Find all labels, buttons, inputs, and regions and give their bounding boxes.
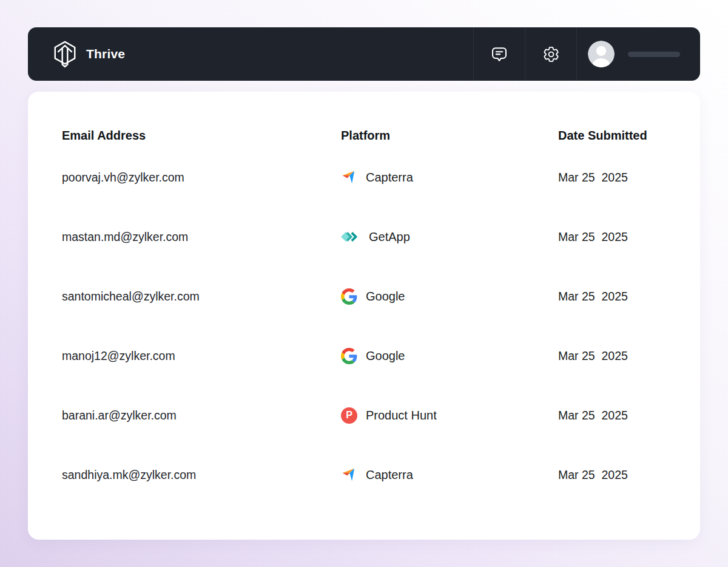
date-value: Mar 25 2025 xyxy=(558,290,666,304)
platform-label: Capterra xyxy=(366,468,413,482)
table-row[interactable]: poorvaj.vh@zylker.com Capterra Mar 25 20… xyxy=(62,148,666,207)
platform-label: Google xyxy=(366,349,405,363)
user-avatar[interactable] xyxy=(588,41,615,67)
name-placeholder-bar xyxy=(628,52,680,57)
platform-value: Google xyxy=(341,348,558,364)
table-row[interactable]: mastan.md@zylker.com GetApp Mar 25 2025 xyxy=(62,207,666,267)
email-value: mastan.md@zylker.com xyxy=(62,230,341,244)
profile-menu[interactable] xyxy=(576,27,700,81)
table-row[interactable]: barani.ar@zylker.com P Product Hunt Mar … xyxy=(62,385,666,445)
gear-icon xyxy=(542,45,561,64)
platform-value: P Product Hunt xyxy=(341,407,558,424)
email-value: barani.ar@zylker.com xyxy=(62,409,341,423)
column-header-platform: Platform xyxy=(341,129,558,143)
table-row[interactable]: sandhiya.mk@zylker.com Capterra Mar 25 2… xyxy=(62,445,666,504)
date-value: Mar 25 2025 xyxy=(558,468,666,482)
topbar: Thrive xyxy=(28,27,700,81)
platform-label: Product Hunt xyxy=(366,409,437,423)
table-row[interactable]: manoj12@zylker.com Google Mar 25 2025 xyxy=(62,326,666,385)
brand-name: Thrive xyxy=(86,47,125,61)
platform-value: Google xyxy=(341,288,558,305)
date-value: Mar 25 2025 xyxy=(558,230,666,244)
column-header-email: Email Address xyxy=(62,129,341,143)
topbar-actions xyxy=(473,27,700,81)
google-icon xyxy=(341,348,357,364)
product-hunt-icon: P xyxy=(341,407,357,424)
email-value: manoj12@zylker.com xyxy=(62,349,341,363)
platform-label: Google xyxy=(366,290,405,304)
settings-button[interactable] xyxy=(525,27,576,81)
date-value: Mar 25 2025 xyxy=(558,349,666,363)
platform-label: GetApp xyxy=(369,230,410,244)
platform-value: Capterra xyxy=(341,169,558,186)
thrive-logo-icon xyxy=(52,41,78,67)
platform-value: GetApp xyxy=(341,229,558,245)
chat-icon xyxy=(490,45,508,63)
email-value: sandhiya.mk@zylker.com xyxy=(62,468,341,482)
platform-value: Capterra xyxy=(341,467,558,483)
capterra-icon xyxy=(341,467,357,483)
date-value: Mar 25 2025 xyxy=(558,409,666,423)
chat-button[interactable] xyxy=(473,27,525,81)
column-header-date: Date Submitted xyxy=(558,129,666,143)
table-row[interactable]: santomicheal@zylker.com Google Mar 25 20… xyxy=(62,267,666,326)
capterra-icon xyxy=(341,169,357,186)
google-icon xyxy=(341,288,357,305)
date-value: Mar 25 2025 xyxy=(558,171,666,185)
platform-label: Capterra xyxy=(366,171,413,185)
submissions-card: Email Address Platform Date Submitted po… xyxy=(28,92,700,540)
getapp-icon xyxy=(341,229,360,245)
email-value: santomicheal@zylker.com xyxy=(62,290,341,304)
brand-logo[interactable]: Thrive xyxy=(28,41,125,67)
table-header-row: Email Address Platform Date Submitted xyxy=(62,123,666,148)
email-value: poorvaj.vh@zylker.com xyxy=(62,171,341,185)
